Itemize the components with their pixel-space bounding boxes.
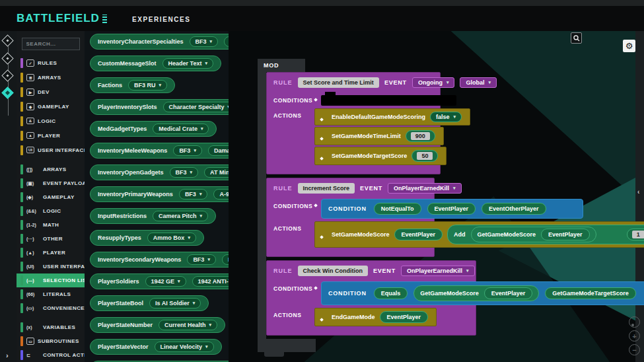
sidebar-item-literals[interactable]: (66)LITERALS	[17, 287, 85, 301]
block-dropdown[interactable]: Camera Pitch▾	[153, 211, 208, 221]
sidebar-item-math[interactable]: (1-2)MATH	[17, 218, 85, 232]
flyout-block-factions[interactable]: FactionsBF3 RU▾	[90, 77, 175, 93]
sidebar-item-dev[interactable]: ▶DEV	[17, 85, 85, 99]
flyout-block-inventorysecondaryweapons[interactable]: InventorySecondaryWeaponsBF3▾M1911▾	[90, 252, 229, 268]
number-pill[interactable]: 900	[406, 130, 435, 142]
block-dropdown[interactable]: Header Text▾	[162, 58, 213, 69]
sidebar-item-variables[interactable]: (x)VARIABLES	[17, 320, 85, 334]
block-dropdown[interactable]: 1942 ANTI-TANK▾	[192, 276, 229, 287]
action-block[interactable]: EndGameModeEventPlayer	[314, 308, 437, 326]
rule-name-field[interactable]: Set Score and Time Limit	[298, 77, 379, 88]
settings-button[interactable]: ⚙	[623, 40, 635, 52]
block-dropdown[interactable]: Ammo Box▾	[147, 233, 196, 243]
sidebar-item-selection-lists[interactable]: (—)SELECTION LISTS	[17, 273, 85, 287]
zoom-in-button[interactable]: +	[629, 330, 640, 342]
value-pill[interactable]: Equals	[374, 287, 408, 299]
flyout-block-inventoryprimaryweapons[interactable]: InventoryPrimaryWeaponsBF3▾A-91▾	[90, 186, 229, 202]
sidebar-item-user-interface[interactable]: (UI)USER INTERFACE	[17, 260, 85, 273]
block-dropdown[interactable]: Linear Velocity▾	[155, 342, 214, 352]
block-dropdown[interactable]: Damavand Poke▾	[208, 145, 229, 156]
flyout-block-playersoldiers[interactable]: PlayerSoldiers1942 GE▾1942 ANTI-TANK▾	[90, 273, 229, 289]
value-pill[interactable]: EventPlayer	[394, 229, 443, 240]
value-pill[interactable]: EventOtherPlayer	[482, 203, 546, 215]
flyout-block-inventoryopengadgets[interactable]: InventoryOpenGadgetsBF3▾AT Mine▾	[90, 164, 229, 180]
value-dropdown[interactable]: false▾	[430, 112, 462, 122]
zoom-out-button[interactable]: −	[629, 344, 640, 355]
recenter-button[interactable]	[629, 316, 640, 328]
sidebar-item-arrays[interactable]: ≣ARRAYS	[17, 70, 85, 85]
condition-block[interactable]: CONDITIONNotEqualToEventPlayerEventOther…	[321, 199, 583, 219]
flyout-block-resupplytypes[interactable]: ResupplyTypesAmmo Box▾	[90, 230, 204, 246]
rule-name-field[interactable]: Check Win Condition	[298, 266, 368, 276]
block-dropdown[interactable]: BF3▾	[170, 167, 199, 178]
value-pill[interactable]: EventPlayer	[541, 229, 590, 240]
block-dropdown[interactable]: Is AI Soldier▾	[149, 298, 201, 308]
mod-block-label[interactable]: MOD	[258, 59, 305, 72]
rule-block[interactable]: RULEIncrement ScoreEVENTOnPlayerEarnedKi…	[266, 178, 435, 257]
block-dropdown[interactable]: BF3▾	[190, 36, 219, 47]
event-dropdown[interactable]: OnPlayerEarnedKill▾	[388, 183, 462, 194]
action-block[interactable]: SetGameModeTimeLimit900	[314, 127, 444, 145]
block-dropdown[interactable]: Ammo Box▾	[224, 36, 229, 47]
rule-block[interactable]: RULESet Score and Time LimitEVENTOngoing…	[266, 72, 441, 174]
sidebar-item-rules[interactable]: ✓RULES	[17, 55, 85, 70]
sidebar-item-player[interactable]: ▲PLAYER	[17, 128, 85, 143]
stepper-diamond-active-icon[interactable]	[1, 87, 13, 98]
value-pill[interactable]: NotEqualTo	[374, 203, 421, 215]
block-dropdown[interactable]: 1942 GE▾	[145, 276, 186, 287]
flyout-block-inventorymeleeweapons[interactable]: InventoryMeleeWeaponsBF3▾Damavand Poke▾	[90, 143, 229, 159]
block-dropdown[interactable]: BF3▾	[179, 189, 208, 199]
sidebar-item-gameplay[interactable]: ◆GAMEPLAY	[17, 99, 85, 114]
sidebar-item-arrays[interactable]: ([])ARRAYS	[17, 163, 85, 176]
block-dropdown[interactable]: Current Health▾	[159, 320, 217, 330]
event-dropdown[interactable]: OnPlayerEarnedKill▾	[401, 266, 475, 276]
value-pill[interactable]: EventPlayer	[427, 203, 476, 215]
flyout-block-custommessageslot[interactable]: CustomMessageSlotHeader Text▾	[90, 55, 221, 71]
sidebar-item-control-actions[interactable]: ⊏CONTROL ACTIONS	[17, 348, 85, 362]
value-pill[interactable]: EventPlayer	[380, 311, 429, 323]
number-field[interactable]: 1	[632, 231, 644, 238]
sidebar-item-convenience[interactable]: (▭)CONVENIENCE	[17, 301, 85, 315]
stepper-diamond-icon[interactable]	[1, 69, 13, 81]
flyout-block-inventorycharacterspecialties[interactable]: InventoryCharacterSpecialtiesBF3▾Ammo Bo…	[90, 34, 229, 50]
action-block[interactable]: SetGameModeTargetScore50	[314, 147, 447, 165]
search-input[interactable]	[22, 38, 80, 50]
block-dropdown[interactable]: BF3 RU▾	[128, 80, 167, 90]
sidebar-item-event-payloads[interactable]: (▣)EVENT PAYLOADS	[17, 176, 85, 190]
sidebar-expand-chevron[interactable]: ›	[6, 351, 9, 359]
action-block[interactable]: SetGameModeScoreEventPlayerAddGetGameMod…	[314, 221, 644, 248]
flyout-block-inputrestrictions[interactable]: InputRestrictionsCamera Pitch▾	[90, 208, 216, 224]
flyout-block-playerstatenumber[interactable]: PlayerStateNumberCurrent Health▾	[90, 317, 225, 333]
sidebar-item-subroutines[interactable]: ▭SUBROUTINES	[17, 334, 85, 348]
stepper-diamond-icon[interactable]	[1, 52, 13, 64]
number-pill[interactable]: 1	[627, 229, 644, 240]
sidebar-item-user-interface[interactable]: UIUSER INTERFACE	[17, 143, 85, 157]
value-pill[interactable]: GetGameModeTargetScore	[545, 287, 635, 299]
block-dropdown[interactable]: Medical Crate▾	[153, 124, 209, 134]
mod-block[interactable]: MOD RULESet Score and Time LimitEVENTOng…	[258, 59, 476, 352]
block-dropdown[interactable]: A-91▾	[213, 189, 229, 199]
function-block[interactable]: AddGetGameModeScoreEventPlayer1	[447, 225, 644, 244]
flyout-block-playerinventoryslots[interactable]: PlayerInventorySlotsCharacter Specialty▾	[90, 99, 229, 115]
block-dropdown[interactable]: M1911▾	[222, 254, 229, 265]
condition-block[interactable]: CONDITIONEqualsGetGameModeScoreEventPlay…	[321, 281, 644, 305]
sidebar-item-gameplay[interactable]: (◆)GAMEPLAY	[17, 190, 85, 204]
flyout-block-playerstatebool[interactable]: PlayerStateBoolIs AI Soldier▾	[90, 295, 209, 311]
flyout-block-playerstatevector[interactable]: PlayerStateVectorLinear Velocity▾	[90, 339, 222, 355]
workspace-search-button[interactable]	[571, 32, 582, 44]
block-dropdown[interactable]: BF3▾	[173, 145, 202, 156]
value-pill[interactable]: EventPlayer	[484, 287, 533, 299]
flyout-block-medgadgettypes[interactable]: MedGadgetTypesMedical Crate▾	[90, 121, 217, 137]
sidebar-item-logic[interactable]: &LOGIC	[17, 114, 85, 128]
function-block[interactable]: GetGameModeScoreEventPlayer	[471, 227, 596, 242]
event-dropdown[interactable]: Global▾	[460, 77, 497, 88]
block-dropdown[interactable]: Character Specialty▾	[163, 102, 229, 112]
block-dropdown[interactable]: BF3▾	[187, 254, 216, 265]
nav-experiences[interactable]: EXPERIENCES	[132, 16, 191, 23]
number-pill[interactable]: 50	[411, 150, 438, 162]
rule-block[interactable]: RULECheck Win ConditionEVENTOnPlayerEarn…	[266, 260, 476, 336]
rule-name-field[interactable]: Increment Score	[298, 183, 355, 194]
number-field[interactable]: 900	[411, 132, 430, 140]
function-block[interactable]: GetGameModeScoreEventPlayer	[413, 285, 539, 301]
workspace-canvas[interactable]: ⚙ MOD RULESet Score and Time LimitEVENTO…	[229, 31, 644, 362]
